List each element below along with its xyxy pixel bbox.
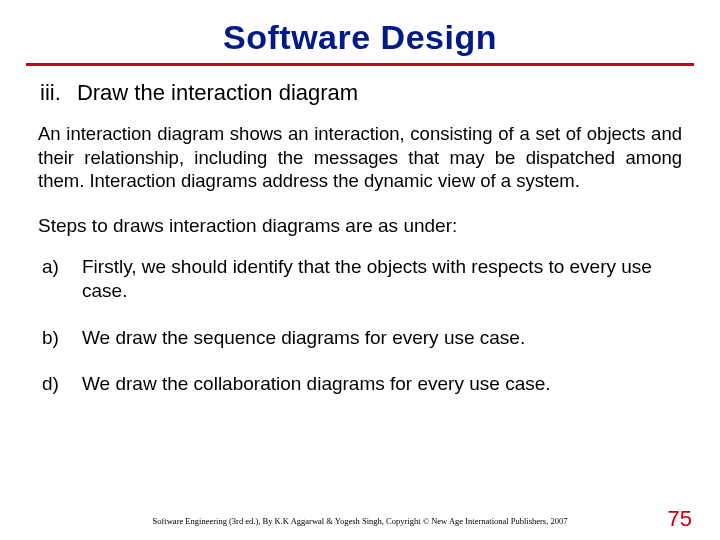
list-item: d) We draw the collaboration diagrams fo… <box>38 372 682 396</box>
body-paragraph: An interaction diagram shows an interact… <box>38 122 682 193</box>
list-item: a) Firstly, we should identify that the … <box>38 255 682 304</box>
page-title: Software Design <box>36 18 684 57</box>
step-text: We draw the sequence diagrams for every … <box>82 326 682 350</box>
step-label: b) <box>38 326 82 350</box>
page-number: 75 <box>668 506 692 532</box>
step-text: Firstly, we should identify that the obj… <box>82 255 682 304</box>
section-text: Draw the interaction diagram <box>77 80 358 105</box>
step-label: a) <box>38 255 82 304</box>
section-numeral: iii. <box>40 80 61 106</box>
steps-intro: Steps to draws interaction diagrams are … <box>38 215 682 237</box>
list-item: b) We draw the sequence diagrams for eve… <box>38 326 682 350</box>
title-underline <box>26 63 694 66</box>
step-label: d) <box>38 372 82 396</box>
footer-citation: Software Engineering (3rd ed.), By K.K A… <box>0 516 720 526</box>
slide: Software Design iii. Draw the interactio… <box>0 0 720 540</box>
step-list: a) Firstly, we should identify that the … <box>38 255 682 396</box>
step-text: We draw the collaboration diagrams for e… <box>82 372 682 396</box>
section-heading: iii. Draw the interaction diagram <box>40 80 684 106</box>
